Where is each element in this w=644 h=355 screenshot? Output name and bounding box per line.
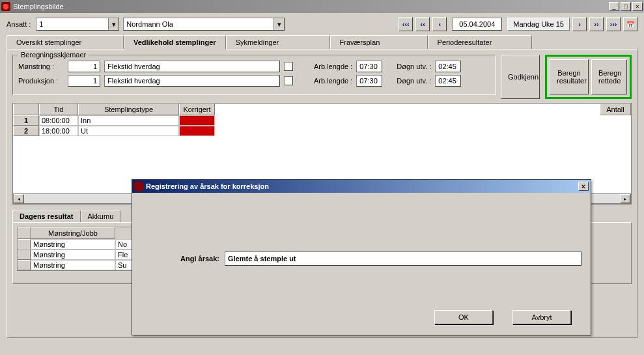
dialog-titlebar[interactable]: Registrering av årsak for korreksjon × [132, 180, 591, 193]
maximize-button[interactable]: □ [621, 2, 631, 11]
tab-perioderesultater[interactable]: Perioderesultater [428, 35, 532, 49]
gh-type[interactable]: Stemplingstype [78, 104, 179, 115]
dogn-value-2 [435, 75, 461, 87]
produksjon-num[interactable] [68, 75, 100, 87]
gh-rownum [13, 104, 39, 115]
ansatt-id-input[interactable] [36, 18, 108, 30]
nav-next-button[interactable]: › [572, 17, 587, 31]
tab-vedlikehold[interactable]: Vedlikehold stemplinger [124, 35, 226, 50]
row-num[interactable]: 1 [13, 115, 39, 126]
calc-row-produksjon: Produksjon : Arb.lengde : Døgn utv. : [18, 75, 490, 87]
type-cell[interactable]: Ut [78, 126, 179, 136]
beregn-rettede-button[interactable]: Beregn rettede [591, 59, 627, 94]
gh-korr[interactable]: Korrigert [179, 104, 215, 115]
dogn-label-2: Døgn utv. : [397, 77, 431, 85]
dogn-label: Døgn utv. : [397, 63, 431, 70]
reason-label: Angi årsak: [141, 255, 219, 263]
table-row[interactable]: 2 18:00:00 Ut [13, 126, 631, 136]
result-a[interactable]: Mønstring [31, 239, 115, 249]
calc-legend: Beregningsskjemaer [18, 51, 89, 59]
scroll-left-icon[interactable]: ◂ [14, 194, 24, 203]
subtab-dagens[interactable]: Dagens resultat [12, 210, 81, 222]
dogn-value [435, 61, 461, 72]
nav-first-button[interactable]: ‹‹‹ [399, 17, 413, 31]
produksjon-label: Produksjon : [18, 77, 64, 85]
table-row[interactable]: Mønstring No [18, 239, 147, 249]
tab-oversikt[interactable]: Oversikt stemplinger [7, 35, 124, 49]
tab-sykmeldinger[interactable]: Sykmeldinger [226, 35, 330, 49]
nav-last-button[interactable]: ››› [606, 17, 621, 31]
nav-prev-button[interactable]: ‹ [432, 17, 447, 31]
arb-value-2 [356, 75, 382, 87]
produksjon-check[interactable] [284, 76, 293, 85]
cancel-button[interactable]: Avbryt [512, 310, 571, 324]
employee-toolbar: Ansatt : ▾ ▾ ‹‹‹ ‹‹ ‹ 05.04.2004 Mandag … [0, 13, 644, 35]
arb-label: Arb.lengde : [314, 63, 352, 70]
week-label: Mandag Uke 15 [507, 18, 570, 31]
chevron-down-icon[interactable]: ▾ [108, 18, 119, 30]
godkjenn-button[interactable]: Godkjenn [501, 55, 540, 99]
tid-cell[interactable]: 08:00:00 [39, 115, 78, 126]
arb-label-2: Arb.lengde : [314, 77, 352, 85]
dialog-icon [134, 182, 143, 191]
result-grid: Mønstring/Jobb Mønstring No Mønstring Fl… [17, 227, 147, 271]
result-grid-body[interactable]: Mønstring No Mønstring Fle Mønstring Su [18, 239, 147, 270]
calc-groupbox: Beregningsskjemaer Mønstring : Arb.lengd… [12, 55, 496, 95]
ansatt-label: Ansatt : [7, 20, 31, 28]
grid-header: Tid Stemplingstype Korrigert Antall [13, 104, 631, 115]
date-field[interactable]: 05.04.2004 [452, 18, 502, 31]
monstring-name[interactable] [104, 61, 280, 72]
result-a[interactable]: Mønstring [31, 249, 115, 260]
table-row[interactable]: Mønstring Fle [18, 249, 147, 260]
row-num[interactable]: 2 [13, 126, 39, 136]
monstring-num[interactable] [68, 61, 100, 72]
monstring-label: Mønstring : [18, 63, 64, 70]
subtab-akkumu[interactable]: Akkumu [81, 210, 121, 222]
dialog-buttons: OK Avbryt [415, 310, 591, 324]
result-a[interactable]: Mønstring [31, 260, 115, 270]
nav-next2-button[interactable]: ›› [589, 17, 604, 31]
chevron-down-icon[interactable]: ▾ [273, 18, 284, 30]
gh-antall[interactable]: Antall [600, 104, 631, 115]
tid-cell[interactable]: 18:00:00 [39, 126, 78, 136]
gh-tid[interactable]: Tid [39, 104, 78, 115]
result-gh-monstring[interactable]: Mønstring/Jobb [31, 227, 115, 239]
tab-fravaersplan[interactable]: Fraværsplan [330, 35, 428, 49]
close-button[interactable]: × [632, 2, 643, 11]
korr-cell[interactable] [179, 115, 215, 126]
main-tabs: Oversikt stemplinger Vedlikehold stempli… [7, 35, 637, 49]
arb-value [356, 61, 382, 72]
ansatt-name-input[interactable] [124, 18, 273, 30]
window-titlebar: 🔴 Stemplingsbilde _ □ × [0, 0, 644, 13]
monstring-check[interactable] [284, 62, 293, 71]
ansatt-name-combo[interactable]: ▾ [123, 18, 285, 31]
korr-cell[interactable] [179, 126, 215, 136]
beregn-resultater-button[interactable]: Beregn resultater [550, 59, 589, 94]
minimize-button[interactable]: _ [609, 2, 619, 11]
beregn-group: Beregn resultater Beregn rettede [545, 55, 632, 99]
calendar-button[interactable]: 📅 [623, 17, 637, 31]
dialog-title: Registrering av årsak for korreksjon [146, 182, 578, 190]
table-row[interactable]: 1 08:00:00 Inn [13, 115, 631, 126]
window-title: Stemplingsbilde [13, 3, 608, 10]
result-gh-blank [18, 227, 31, 239]
dialog-close-button[interactable]: × [578, 182, 589, 191]
calc-row-monstring: Mønstring : Arb.lengde : Døgn utv. : [18, 61, 490, 72]
scroll-right-icon[interactable]: ▸ [620, 194, 630, 203]
ok-button[interactable]: OK [434, 310, 493, 324]
reason-input[interactable] [225, 251, 581, 266]
type-cell[interactable]: Inn [78, 115, 179, 126]
dialog-body: Angi årsak: [132, 193, 591, 298]
table-row[interactable]: Mønstring Su [18, 260, 147, 270]
nav-prev2-button[interactable]: ‹‹ [415, 17, 430, 31]
correction-reason-dialog: Registrering av årsak for korreksjon × A… [132, 179, 591, 335]
app-icon: 🔴 [1, 2, 10, 11]
ansatt-id-combo[interactable]: ▾ [36, 18, 119, 31]
produksjon-name[interactable] [104, 75, 280, 87]
